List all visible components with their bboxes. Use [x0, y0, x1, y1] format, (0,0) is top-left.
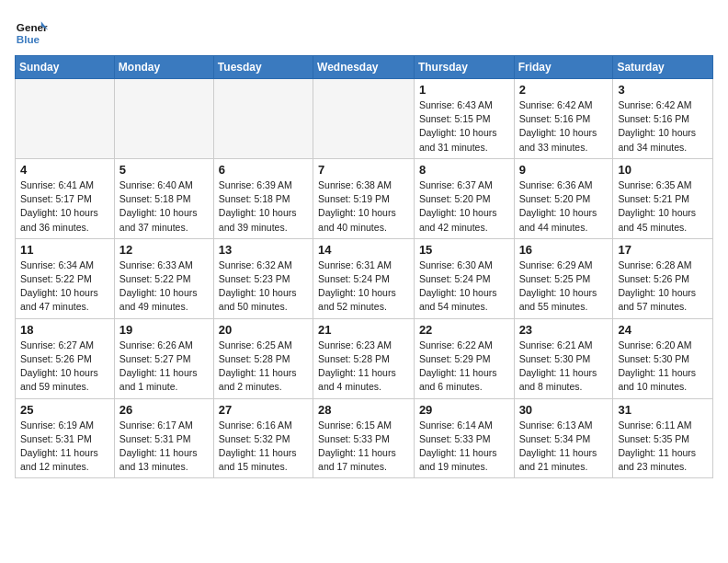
week-row-5: 25Sunrise: 6:19 AM Sunset: 5:31 PM Dayli…: [16, 398, 713, 478]
cell-content: Sunrise: 6:35 AM Sunset: 5:21 PM Dayligh…: [618, 178, 708, 235]
day-number: 5: [119, 163, 209, 177]
cell-content: Sunrise: 6:43 AM Sunset: 5:15 PM Dayligh…: [419, 98, 509, 155]
weekday-header-row: SundayMondayTuesdayWednesdayThursdayFrid…: [16, 56, 713, 79]
calendar-cell: 26Sunrise: 6:17 AM Sunset: 5:31 PM Dayli…: [114, 398, 213, 478]
cell-content: Sunrise: 6:23 AM Sunset: 5:28 PM Dayligh…: [318, 339, 409, 395]
weekday-header-saturday: Saturday: [613, 56, 713, 79]
page-header: General Blue: [15, 15, 713, 48]
week-row-1: 1Sunrise: 6:43 AM Sunset: 5:15 PM Daylig…: [16, 79, 713, 159]
day-number: 9: [519, 163, 609, 177]
day-number: 6: [219, 163, 308, 177]
calendar-cell: [114, 79, 213, 159]
cell-content: Sunrise: 6:29 AM Sunset: 5:25 PM Dayligh…: [519, 259, 609, 315]
day-number: 16: [519, 243, 609, 257]
day-number: 11: [20, 243, 109, 257]
calendar-cell: [313, 79, 415, 159]
day-number: 15: [419, 243, 509, 257]
calendar-cell: 21Sunrise: 6:23 AM Sunset: 5:28 PM Dayli…: [313, 318, 415, 398]
week-row-3: 11Sunrise: 6:34 AM Sunset: 5:22 PM Dayli…: [16, 238, 713, 318]
day-number: 12: [119, 243, 209, 257]
day-number: 19: [119, 323, 209, 337]
calendar-cell: 22Sunrise: 6:22 AM Sunset: 5:29 PM Dayli…: [414, 318, 514, 398]
weekday-header-sunday: Sunday: [16, 56, 115, 79]
day-number: 3: [618, 83, 708, 97]
calendar-cell: 10Sunrise: 6:35 AM Sunset: 5:21 PM Dayli…: [613, 158, 713, 238]
cell-content: Sunrise: 6:15 AM Sunset: 5:33 PM Dayligh…: [318, 419, 409, 475]
calendar-cell: 24Sunrise: 6:20 AM Sunset: 5:30 PM Dayli…: [613, 318, 713, 398]
day-number: 20: [219, 323, 308, 337]
day-number: 7: [318, 163, 409, 177]
weekday-header-thursday: Thursday: [414, 56, 514, 79]
day-number: 29: [419, 403, 509, 417]
calendar-cell: 2Sunrise: 6:42 AM Sunset: 5:16 PM Daylig…: [514, 79, 613, 159]
cell-content: Sunrise: 6:13 AM Sunset: 5:34 PM Dayligh…: [519, 419, 609, 475]
week-row-4: 18Sunrise: 6:27 AM Sunset: 5:26 PM Dayli…: [16, 318, 713, 398]
cell-content: Sunrise: 6:42 AM Sunset: 5:16 PM Dayligh…: [618, 98, 708, 155]
cell-content: Sunrise: 6:21 AM Sunset: 5:30 PM Dayligh…: [519, 339, 609, 395]
day-number: 10: [618, 163, 708, 177]
day-number: 21: [318, 323, 409, 337]
calendar-cell: 29Sunrise: 6:14 AM Sunset: 5:33 PM Dayli…: [414, 398, 514, 478]
week-row-2: 4Sunrise: 6:41 AM Sunset: 5:17 PM Daylig…: [16, 158, 713, 238]
cell-content: Sunrise: 6:27 AM Sunset: 5:26 PM Dayligh…: [20, 339, 109, 395]
cell-content: Sunrise: 6:32 AM Sunset: 5:23 PM Dayligh…: [219, 259, 308, 315]
calendar-cell: 4Sunrise: 6:41 AM Sunset: 5:17 PM Daylig…: [16, 158, 115, 238]
cell-content: Sunrise: 6:36 AM Sunset: 5:20 PM Dayligh…: [519, 178, 609, 235]
cell-content: Sunrise: 6:11 AM Sunset: 5:35 PM Dayligh…: [618, 419, 708, 475]
calendar-cell: 9Sunrise: 6:36 AM Sunset: 5:20 PM Daylig…: [514, 158, 613, 238]
calendar-cell: 8Sunrise: 6:37 AM Sunset: 5:20 PM Daylig…: [414, 158, 514, 238]
day-number: 14: [318, 243, 409, 257]
cell-content: Sunrise: 6:25 AM Sunset: 5:28 PM Dayligh…: [219, 339, 308, 395]
day-number: 13: [219, 243, 308, 257]
day-number: 25: [20, 403, 109, 417]
cell-content: Sunrise: 6:22 AM Sunset: 5:29 PM Dayligh…: [419, 339, 509, 395]
calendar-cell: 3Sunrise: 6:42 AM Sunset: 5:16 PM Daylig…: [613, 79, 713, 159]
cell-content: Sunrise: 6:14 AM Sunset: 5:33 PM Dayligh…: [419, 419, 509, 475]
calendar-cell: 1Sunrise: 6:43 AM Sunset: 5:15 PM Daylig…: [414, 79, 514, 159]
calendar-cell: 27Sunrise: 6:16 AM Sunset: 5:32 PM Dayli…: [213, 398, 313, 478]
calendar-cell: 7Sunrise: 6:38 AM Sunset: 5:19 PM Daylig…: [313, 158, 415, 238]
weekday-header-tuesday: Tuesday: [213, 56, 313, 79]
svg-text:Blue: Blue: [17, 33, 40, 45]
cell-content: Sunrise: 6:26 AM Sunset: 5:27 PM Dayligh…: [119, 339, 209, 395]
weekday-header-monday: Monday: [114, 56, 213, 79]
day-number: 4: [20, 163, 109, 177]
cell-content: Sunrise: 6:33 AM Sunset: 5:22 PM Dayligh…: [119, 259, 209, 315]
day-number: 27: [219, 403, 308, 417]
cell-content: Sunrise: 6:40 AM Sunset: 5:18 PM Dayligh…: [119, 178, 209, 235]
day-number: 1: [419, 83, 509, 97]
calendar-cell: 31Sunrise: 6:11 AM Sunset: 5:35 PM Dayli…: [613, 398, 713, 478]
cell-content: Sunrise: 6:19 AM Sunset: 5:31 PM Dayligh…: [20, 419, 109, 475]
day-number: 23: [519, 323, 609, 337]
weekday-header-friday: Friday: [514, 56, 613, 79]
day-number: 17: [618, 243, 708, 257]
cell-content: Sunrise: 6:38 AM Sunset: 5:19 PM Dayligh…: [318, 178, 409, 235]
calendar-table: SundayMondayTuesdayWednesdayThursdayFrid…: [15, 55, 713, 478]
calendar-cell: [16, 79, 115, 159]
cell-content: Sunrise: 6:39 AM Sunset: 5:18 PM Dayligh…: [219, 178, 308, 235]
calendar-cell: 16Sunrise: 6:29 AM Sunset: 5:25 PM Dayli…: [514, 238, 613, 318]
day-number: 18: [20, 323, 109, 337]
cell-content: Sunrise: 6:31 AM Sunset: 5:24 PM Dayligh…: [318, 259, 409, 315]
calendar-cell: 18Sunrise: 6:27 AM Sunset: 5:26 PM Dayli…: [16, 318, 115, 398]
calendar-cell: 12Sunrise: 6:33 AM Sunset: 5:22 PM Dayli…: [114, 238, 213, 318]
calendar-cell: 5Sunrise: 6:40 AM Sunset: 5:18 PM Daylig…: [114, 158, 213, 238]
day-number: 31: [618, 403, 708, 417]
day-number: 2: [519, 83, 609, 97]
calendar-cell: 20Sunrise: 6:25 AM Sunset: 5:28 PM Dayli…: [213, 318, 313, 398]
cell-content: Sunrise: 6:16 AM Sunset: 5:32 PM Dayligh…: [219, 419, 308, 475]
cell-content: Sunrise: 6:34 AM Sunset: 5:22 PM Dayligh…: [20, 259, 109, 315]
cell-content: Sunrise: 6:28 AM Sunset: 5:26 PM Dayligh…: [618, 259, 708, 315]
cell-content: Sunrise: 6:41 AM Sunset: 5:17 PM Dayligh…: [20, 178, 109, 235]
calendar-cell: 14Sunrise: 6:31 AM Sunset: 5:24 PM Dayli…: [313, 238, 415, 318]
logo-icon: General Blue: [15, 15, 48, 48]
calendar-cell: 6Sunrise: 6:39 AM Sunset: 5:18 PM Daylig…: [213, 158, 313, 238]
weekday-header-wednesday: Wednesday: [313, 56, 415, 79]
cell-content: Sunrise: 6:30 AM Sunset: 5:24 PM Dayligh…: [419, 259, 509, 315]
calendar-cell: 17Sunrise: 6:28 AM Sunset: 5:26 PM Dayli…: [613, 238, 713, 318]
cell-content: Sunrise: 6:37 AM Sunset: 5:20 PM Dayligh…: [419, 178, 509, 235]
cell-content: Sunrise: 6:20 AM Sunset: 5:30 PM Dayligh…: [618, 339, 708, 395]
day-number: 22: [419, 323, 509, 337]
day-number: 28: [318, 403, 409, 417]
day-number: 30: [519, 403, 609, 417]
